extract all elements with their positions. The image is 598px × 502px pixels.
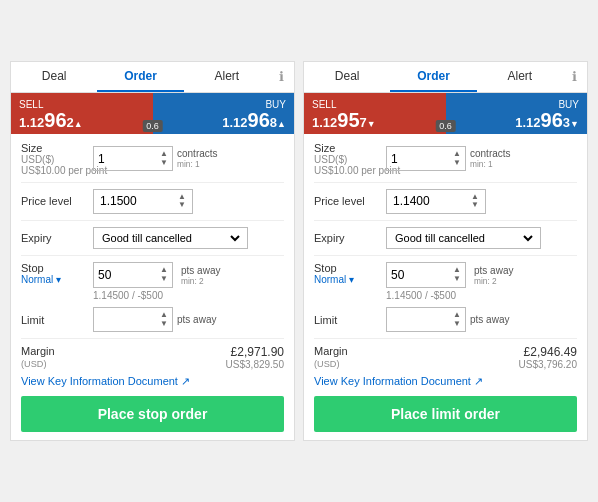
sell-label-left: SELL [19,99,149,110]
limit-label-right: Limit [314,314,386,326]
buy-button-right[interactable]: BUY 1.12 96 3 [446,93,588,134]
margin-label-left: Margin(USD) [21,345,55,369]
limit-row-right: Limit ▲▼ pts away [314,307,577,333]
limit-input-right[interactable]: ▲▼ [386,307,466,333]
tab-alert-left[interactable]: Alert [184,62,270,92]
price-level-input-left[interactable]: ▲▼ [93,189,193,215]
price-level-field-left[interactable] [100,194,170,208]
stop-label-right: Stop Normal ▾ [314,262,386,285]
stop-hint-left: 1.14500 / -$500 [93,290,284,301]
limit-field-left[interactable] [98,313,153,327]
size-spinner-left[interactable]: ▲▼ [160,150,168,168]
margin-values-right: £2,946.49 US$3,796.20 [519,345,577,370]
size-unit-left: contractsmin: 1 [177,148,218,169]
price-level-field-right[interactable] [393,194,463,208]
limit-unit-left: pts away [177,314,216,325]
buy-price-right: 1.12 96 3 [450,110,580,130]
place-order-button-right[interactable]: Place limit order [314,396,577,432]
size-spinner-right[interactable]: ▲▼ [453,150,461,168]
tab-deal-right[interactable]: Deal [304,62,390,92]
expiry-select-left[interactable]: Good till cancelled Good till end of day [93,227,248,249]
buy-price-left: 1.12 96 8 [157,110,287,130]
size-row-right: SizeUSD($) US$10.00 per point ▲▼ contrac… [314,142,577,176]
margin-values-left: £2,971.90 US$3,829.50 [226,345,284,370]
buy-label-left: BUY [157,99,287,110]
stop-type-right[interactable]: Normal ▾ [314,274,386,285]
margin-usd-left: US$3,829.50 [226,359,284,370]
price-row-right: SELL 1.12 95 7 0.6 BUY 1.12 96 3 [304,93,587,134]
panel-left: Deal Order Alert ℹ SELL 1.12 96 2 0.6 BU… [10,61,295,442]
tab-alert-right[interactable]: Alert [477,62,563,92]
expiry-label-left: Expiry [21,232,93,244]
tab-deal-left[interactable]: Deal [11,62,97,92]
stop-inputs-left: ▲▼ pts awaymin: 2 [93,262,220,288]
tab-bar-left: Deal Order Alert ℹ [11,62,294,93]
sell-price-left: 1.12 96 2 [19,110,149,130]
sell-button-right[interactable]: SELL 1.12 95 7 [304,93,446,134]
stop-unit-right: pts awaymin: 2 [474,265,513,286]
limit-unit-right: pts away [470,314,509,325]
expiry-dropdown-left[interactable]: Good till cancelled Good till end of day [98,231,243,245]
form-right: SizeUSD($) US$10.00 per point ▲▼ contrac… [304,134,587,441]
info-icon-right[interactable]: ℹ [563,62,587,92]
size-field-left[interactable] [98,152,153,166]
limit-spinner-right[interactable]: ▲▼ [453,311,461,329]
stop-field-right[interactable] [391,268,446,282]
tab-order-left[interactable]: Order [97,62,183,92]
limit-spinner-left[interactable]: ▲▼ [160,311,168,329]
sell-price-right: 1.12 95 7 [312,110,442,130]
link-row-left: View Key Information Document ↗ [21,374,284,388]
size-input-right[interactable]: ▲▼ [386,146,466,172]
info-icon-left[interactable]: ℹ [270,62,294,92]
form-left: SizeUSD($) US$10.00 per point ▲▼ contrac… [11,134,294,441]
buy-button-left[interactable]: BUY 1.12 96 8 [153,93,295,134]
margin-row-right: Margin(USD) £2,946.49 US$3,796.20 [314,345,577,370]
price-level-spinner-left[interactable]: ▲▼ [178,193,186,211]
margin-value-right: £2,946.49 [524,345,577,359]
stop-spinner-left[interactable]: ▲▼ [160,266,168,284]
panel-right: Deal Order Alert ℹ SELL 1.12 95 7 0.6 BU… [303,61,588,442]
price-level-row-right: Price level ▲▼ [314,189,577,215]
stop-field-left[interactable] [98,268,153,282]
key-info-link-right[interactable]: View Key Information Document ↗ [314,375,483,387]
stop-unit-left: pts awaymin: 2 [181,265,220,286]
tab-bar-right: Deal Order Alert ℹ [304,62,587,93]
size-field-right[interactable] [391,152,446,166]
expiry-label-right: Expiry [314,232,386,244]
stop-input-right[interactable]: ▲▼ [386,262,466,288]
link-row-right: View Key Information Document ↗ [314,374,577,388]
stop-hint-right: 1.14500 / -$500 [386,290,577,301]
size-unit-right: contractsmin: 1 [470,148,511,169]
size-label-right: SizeUSD($) US$10.00 per point [314,142,386,176]
margin-value-left: £2,971.90 [231,345,284,359]
size-input-left[interactable]: ▲▼ [93,146,173,172]
limit-input-left[interactable]: ▲▼ [93,307,173,333]
expiry-row-right: Expiry Good till cancelled Good till end… [314,227,577,249]
spread-left: 0.6 [142,120,163,132]
tab-order-right[interactable]: Order [390,62,476,92]
key-info-link-left[interactable]: View Key Information Document ↗ [21,375,190,387]
price-level-input-right[interactable]: ▲▼ [386,189,486,215]
price-level-spinner-right[interactable]: ▲▼ [471,193,479,211]
price-level-label-right: Price level [314,195,386,207]
place-order-button-left[interactable]: Place stop order [21,396,284,432]
margin-row-left: Margin(USD) £2,971.90 US$3,829.50 [21,345,284,370]
stop-spinner-right[interactable]: ▲▼ [453,266,461,284]
stop-row-left: Stop Normal ▾ ▲▼ pts awaymin: 2 [21,262,284,288]
price-level-label-left: Price level [21,195,93,207]
limit-field-right[interactable] [391,313,446,327]
expiry-select-right[interactable]: Good till cancelled Good till end of day [386,227,541,249]
stop-row-right: Stop Normal ▾ ▲▼ pts awaymin: 2 [314,262,577,288]
margin-usd-right: US$3,796.20 [519,359,577,370]
price-row-left: SELL 1.12 96 2 0.6 BUY 1.12 96 8 [11,93,294,134]
margin-label-right: Margin(USD) [314,345,348,369]
stop-label-left: Stop Normal ▾ [21,262,93,285]
expiry-dropdown-right[interactable]: Good till cancelled Good till end of day [391,231,536,245]
stop-type-left[interactable]: Normal ▾ [21,274,93,285]
stop-input-left[interactable]: ▲▼ [93,262,173,288]
limit-label-left: Limit [21,314,93,326]
size-row-left: SizeUSD($) US$10.00 per point ▲▼ contrac… [21,142,284,176]
price-level-row-left: Price level ▲▼ [21,189,284,215]
sell-button-left[interactable]: SELL 1.12 96 2 [11,93,153,134]
limit-row-left: Limit ▲▼ pts away [21,307,284,333]
